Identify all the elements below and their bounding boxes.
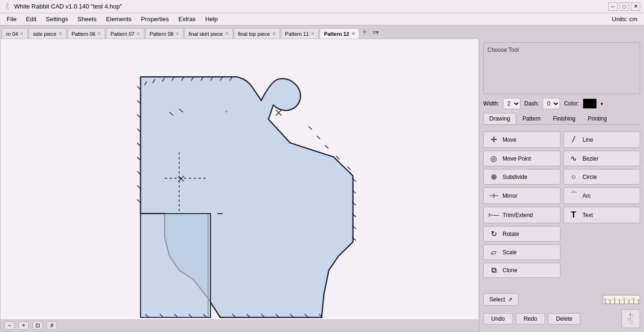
tabbar: rn 04 ✕ side piece ✕ Pattern 06 ✕ Patter…: [0, 25, 644, 39]
titlebar-left: 🐇 White Rabbit CAD v1.0.140 "test 4.hop": [4, 3, 122, 10]
move-point-tool-button[interactable]: ◎ Move Point: [483, 151, 561, 166]
select-button[interactable]: Select ↗: [483, 293, 519, 306]
line-tool-button[interactable]: / Line: [563, 131, 641, 148]
trim-extend-tool-button[interactable]: ⊢— Trim/Extend: [483, 207, 561, 223]
zoom-out-button[interactable]: −: [4, 321, 15, 330]
bezier-tool-button[interactable]: ∿ Bezier: [563, 151, 641, 166]
svg-text:+: +: [224, 107, 228, 115]
tab-pattern07[interactable]: Pattern 07 ✕: [106, 28, 144, 39]
circle-label: Circle: [583, 174, 597, 180]
minimize-button[interactable]: ─: [608, 2, 618, 11]
tab-rn04[interactable]: rn 04 ✕: [2, 28, 28, 39]
tab-side-piece[interactable]: side piece ✕: [29, 28, 66, 39]
move-point-icon: ◎: [488, 154, 499, 163]
app-title: White Rabbit CAD v1.0.140 "test 4.hop": [14, 3, 122, 10]
tab-pattern12[interactable]: Pattern 12 ✕: [320, 28, 359, 39]
close-tab-pattern12[interactable]: ✕: [351, 31, 355, 36]
rabbit-logo: 🐇: [621, 309, 640, 328]
color-picker[interactable]: [583, 98, 597, 109]
tool-tabs: Drawing Pattern Finishing Printing: [483, 113, 640, 125]
close-tab-rn04[interactable]: ✕: [20, 31, 24, 36]
select-cursor-icon: ↗: [508, 296, 512, 303]
close-tab-pattern07[interactable]: ✕: [136, 31, 140, 36]
close-tab-side-piece[interactable]: ✕: [58, 31, 62, 36]
menu-edit[interactable]: Edit: [21, 15, 41, 24]
color-dropdown-arrow[interactable]: ▾: [601, 101, 603, 106]
menu-elements[interactable]: Elements: [101, 15, 136, 24]
svg-rect-6: [140, 214, 211, 317]
undo-button[interactable]: Undo: [483, 313, 513, 324]
dash-select[interactable]: 0 1 2: [543, 98, 560, 109]
scale-label: Scale: [503, 249, 517, 256]
clone-icon: ⧉: [488, 266, 499, 275]
width-select[interactable]: 2 1 3: [503, 98, 520, 109]
clone-label: Clone: [503, 267, 517, 274]
fit-view-button[interactable]: ⊡: [33, 321, 43, 330]
mirror-tool-button[interactable]: ⊣⊢ Mirror: [483, 187, 561, 204]
menu-sheets[interactable]: Sheets: [73, 15, 101, 24]
tab-final-skirt[interactable]: final skirt piece ✕: [184, 28, 233, 39]
close-tab-final-top[interactable]: ✕: [272, 31, 276, 36]
main-layout: + − + ⊡ # Choose Tool Width: 2 1 3 Dash:…: [0, 39, 644, 332]
arc-tool-button[interactable]: ⌒ Arc: [563, 187, 641, 204]
canvas-toolbar: − + ⊡ #: [0, 319, 479, 332]
text-label: Text: [583, 212, 593, 219]
arc-icon: ⌒: [569, 191, 579, 201]
maximize-button[interactable]: □: [619, 2, 629, 11]
close-tab-final-skirt[interactable]: ✕: [225, 31, 229, 36]
delete-button[interactable]: Delete: [548, 313, 580, 324]
move-icon: ✛: [488, 135, 499, 144]
circle-tool-button[interactable]: ○ Circle: [563, 169, 641, 185]
units-value: cm: [629, 16, 637, 23]
subdivide-tool-button[interactable]: ⊕ Subdivide: [483, 169, 561, 185]
tab-pattern08[interactable]: Pattern 08 ✕: [145, 28, 183, 39]
move-tool-button[interactable]: ✛ Move: [483, 131, 561, 148]
menu-settings[interactable]: Settings: [41, 15, 73, 24]
tab-finishing[interactable]: Finishing: [547, 113, 582, 124]
move-point-label: Move Point: [503, 155, 531, 162]
color-label: Color:: [564, 100, 579, 107]
footer-area: Undo Redo Delete 🐇: [483, 309, 640, 328]
menu-help[interactable]: Help: [200, 15, 223, 24]
close-tab-pattern11[interactable]: ✕: [311, 31, 314, 36]
choose-tool-box: Choose Tool: [483, 42, 640, 94]
units-label: Units:: [612, 16, 627, 23]
close-tab-pattern06[interactable]: ✕: [97, 31, 101, 36]
zoom-in-button[interactable]: +: [18, 321, 29, 330]
tab-drawing[interactable]: Drawing: [483, 113, 516, 124]
grid-button[interactable]: #: [47, 321, 57, 330]
tab-printing[interactable]: Printing: [582, 113, 613, 124]
mirror-label: Mirror: [503, 193, 517, 199]
circle-icon: ○: [569, 173, 579, 181]
clone-tool-button[interactable]: ⧉ Clone: [483, 263, 561, 278]
text-icon: T: [569, 210, 579, 220]
close-button[interactable]: ✕: [631, 2, 640, 11]
mirror-icon: ⊣⊢: [488, 193, 499, 199]
tab-menu-button[interactable]: ≡▾: [370, 29, 382, 36]
line-label: Line: [583, 137, 594, 143]
menu-properties[interactable]: Properties: [136, 15, 173, 24]
tab-pattern[interactable]: Pattern: [516, 113, 547, 124]
text-tool-button[interactable]: T Text: [563, 207, 641, 223]
rotate-tool-button[interactable]: ↻ Rotate: [483, 226, 561, 242]
menu-file[interactable]: File: [2, 15, 21, 24]
units-display: Units: cm: [612, 16, 642, 23]
choose-tool-legend: Choose Tool: [487, 47, 636, 53]
tab-pattern11[interactable]: Pattern 11 ✕: [281, 28, 319, 39]
canvas-area[interactable]: + − + ⊡ #: [0, 39, 479, 332]
add-tab-button[interactable]: +: [360, 28, 369, 36]
menu-extras[interactable]: Extras: [173, 15, 200, 24]
pattern-svg: +: [0, 39, 479, 332]
trim-extend-icon: ⊢—: [488, 212, 499, 219]
close-tab-pattern08[interactable]: ✕: [175, 31, 179, 36]
rotate-label: Rotate: [503, 231, 519, 237]
redo-button[interactable]: Redo: [516, 313, 545, 324]
bottom-row: Select ↗ 1 2 3: [483, 292, 640, 306]
tab-final-top[interactable]: final top piece ✕: [234, 28, 280, 39]
subdivide-label: Subdivide: [503, 174, 528, 180]
rotate-icon: ↻: [488, 229, 499, 238]
subdivide-icon: ⊕: [488, 172, 499, 181]
scale-tool-button[interactable]: ▱ Scale: [483, 244, 561, 260]
svg-text:2: 2: [614, 297, 615, 300]
tab-pattern06[interactable]: Pattern 06 ✕: [67, 28, 106, 39]
